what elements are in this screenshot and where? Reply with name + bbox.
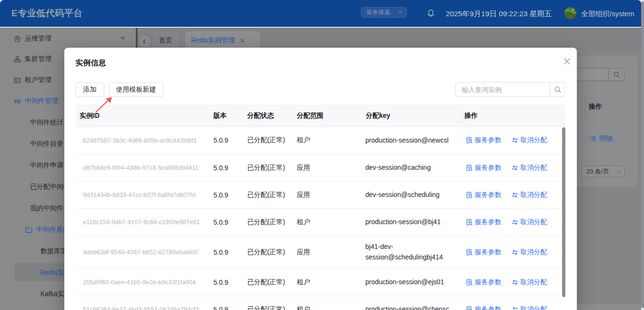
- table-row[interactable]: d87bb8c9-f094-438b-9718-5ca988d94811 5.0…: [76, 155, 566, 182]
- cell-instance-id: 51c66264-9e37-4bd3-8551-0b246a794cf3: [83, 296, 199, 310]
- instance-search-input[interactable]: [456, 83, 549, 96]
- cell-actions: 服务参数 取消分配: [466, 296, 547, 310]
- sidebar-item-5[interactable]: 中间件统计: [30, 115, 63, 130]
- table-row[interactable]: 9d31434b-b833-47cc-b07f-8a6fa7d607fd 5.0…: [76, 182, 566, 209]
- sidebar-item-3[interactable]: 租户管理: [14, 73, 51, 87]
- service-params-label: 服务参数: [475, 305, 502, 310]
- column-header-st: 分配状态: [247, 104, 274, 127]
- cancel-allocation-label: 取消分配: [521, 191, 547, 199]
- cell-actions: 服务参数 取消分配: [466, 269, 547, 296]
- service-params-label: 服务参数: [475, 191, 502, 199]
- cancel-allocation-label: 取消分配: [521, 278, 547, 287]
- cancel-allocation-label: 取消分配: [521, 164, 547, 172]
- cluster-icon: [14, 56, 21, 63]
- close-tab-icon[interactable]: [240, 38, 245, 43]
- cell-key: bj41-dev-session@schedulingbj414: [365, 236, 458, 269]
- create-from-template-button[interactable]: 使用模板新建: [109, 83, 163, 97]
- cell-scope: 租户: [297, 127, 310, 154]
- service-params-link[interactable]: 服务参数: [466, 136, 502, 145]
- sidebar-item-4[interactable]: 中间件管理: [14, 94, 58, 108]
- middleware-icon: [14, 98, 21, 105]
- sidebar-item-2[interactable]: 集群管理: [14, 52, 51, 66]
- service-params-link[interactable]: 服务参数: [466, 164, 502, 172]
- column-header-ver: 版本: [213, 104, 227, 127]
- cell-instance-id: e116c154-94b7-4107-9c66-c1950e987e01: [83, 209, 200, 236]
- cancel-allocation-label: 取消分配: [521, 248, 547, 257]
- background-detail-link[interactable]: 明细: [590, 134, 613, 144]
- tab-redis-instance-management[interactable]: Redis实例管理: [184, 31, 261, 50]
- cell-version: 5.0.9: [213, 269, 228, 296]
- page-scrollbar-thumb[interactable]: [641, 1, 644, 308]
- service-params-link[interactable]: 服务参数: [466, 305, 502, 310]
- sidebar-item-1[interactable]: 运维管理: [14, 31, 51, 46]
- service-params-link[interactable]: 服务参数: [466, 278, 502, 287]
- cell-status: 已分配(正常): [247, 127, 285, 154]
- cell-instance-id: 205d5f60-0aee-41b5-9e2e-b9c33f1fa904: [83, 269, 196, 296]
- table-scrollbar[interactable]: [562, 127, 565, 297]
- pentagon-icon: [14, 35, 21, 42]
- cell-actions: 服务参数 取消分配: [466, 209, 547, 236]
- service-params-label: 服务参数: [475, 278, 502, 287]
- chevron-down-icon: [616, 169, 621, 174]
- dialog-title: 实例信息: [76, 58, 106, 68]
- sidebar-item-6[interactable]: 中间件目录: [30, 137, 63, 151]
- service-params-link[interactable]: 服务参数: [466, 218, 502, 227]
- dialog-close-button[interactable]: [560, 54, 574, 68]
- screen: E专业低代码平台 菜单搜索 2025年9月19日 09:22:23 星期五 全部…: [0, 0, 644, 310]
- sidebar-item-label: 租户管理: [25, 76, 51, 84]
- service-params-label: 服务参数: [475, 248, 502, 257]
- sidebar-item-7[interactable]: 中间件申请: [30, 158, 63, 173]
- menu-search-select[interactable]: 菜单搜索: [361, 7, 407, 18]
- table-header-row: 实例ID版本分配状态分配范围分配key操作: [76, 104, 566, 127]
- service-params-label: 服务参数: [475, 136, 502, 145]
- document-search-icon: [466, 137, 473, 144]
- swap-arrows-icon: [512, 165, 518, 171]
- org-switcher[interactable]: 全部组织/system: [581, 0, 634, 27]
- cancel-allocation-label: 取消分配: [521, 218, 547, 227]
- cancel-allocation-link[interactable]: 取消分配: [512, 136, 547, 145]
- divider: [462, 107, 463, 124]
- cell-instance-id: 9d31434b-b833-47cc-b07f-8a6fa7d607fd: [83, 182, 195, 208]
- cancel-allocation-label: 取消分配: [521, 305, 547, 310]
- page-scrollbar-track[interactable]: [641, 0, 644, 310]
- cell-scope: 租户: [297, 269, 310, 296]
- page-size-select[interactable]: 20 条/页: [581, 165, 625, 177]
- table-row[interactable]: 82487587-3b3c-4d66-805b-ac9c443fd8f1 5.0…: [76, 127, 566, 155]
- service-params-label: 服务参数: [475, 164, 502, 172]
- cell-instance-id: d87bb8c9-f094-438b-9718-5ca988d94811: [83, 155, 199, 181]
- cell-key: production-session@chensc: [365, 296, 458, 310]
- add-button[interactable]: 添加: [75, 83, 104, 97]
- cancel-allocation-link[interactable]: 取消分配: [512, 164, 547, 172]
- tab-scroll-left-button[interactable]: [139, 36, 150, 47]
- document-search-icon: [466, 165, 473, 171]
- cancel-allocation-link[interactable]: 取消分配: [512, 305, 547, 310]
- table-row[interactable]: e116c154-94b7-4107-9c66-c1950e987e01 5.0…: [76, 209, 566, 236]
- divider: [585, 98, 585, 115]
- cancel-allocation-link[interactable]: 取消分配: [512, 191, 547, 199]
- tab-home[interactable]: 首页: [151, 31, 180, 50]
- cancel-allocation-link[interactable]: 取消分配: [512, 218, 547, 227]
- table-row[interactable]: 205d5f60-0aee-41b5-9e2e-b9c33f1fa904 5.0…: [76, 269, 566, 296]
- search-icon: [554, 86, 562, 93]
- cell-status: 已分配(正常): [247, 269, 285, 296]
- cancel-allocation-link[interactable]: 取消分配: [512, 278, 547, 287]
- app-logo: E专业低代码平台: [11, 0, 83, 27]
- bell-icon[interactable]: [427, 9, 435, 17]
- service-params-link[interactable]: 服务参数: [466, 191, 502, 199]
- cell-status: 已分配(正常): [247, 296, 285, 310]
- table-row[interactable]: 4deb63df-9540-4287-b652-82780ebafdc0 5.0…: [76, 236, 566, 269]
- cell-status: 已分配(正常): [247, 182, 285, 208]
- sidebar-item-label: 中间件申请: [30, 161, 63, 170]
- sidebar-item-label: 我的中间件: [30, 204, 63, 213]
- cancel-allocation-link[interactable]: 取消分配: [512, 248, 547, 257]
- cell-status: 已分配(正常): [247, 155, 285, 181]
- cell-key: production-session@bj41: [365, 209, 458, 236]
- avatar[interactable]: [564, 7, 576, 19]
- service-params-link[interactable]: 服务参数: [466, 248, 502, 257]
- search-button[interactable]: [550, 83, 565, 96]
- table-row[interactable]: 51c66264-9e37-4bd3-8551-0b246a794cf3 5.0…: [76, 296, 566, 310]
- add-button-label: 添加: [83, 85, 97, 94]
- sidebar-item-9[interactable]: 我的中间件: [30, 201, 63, 216]
- cell-version: 5.0.9: [213, 127, 228, 154]
- document-search-icon: [466, 219, 473, 226]
